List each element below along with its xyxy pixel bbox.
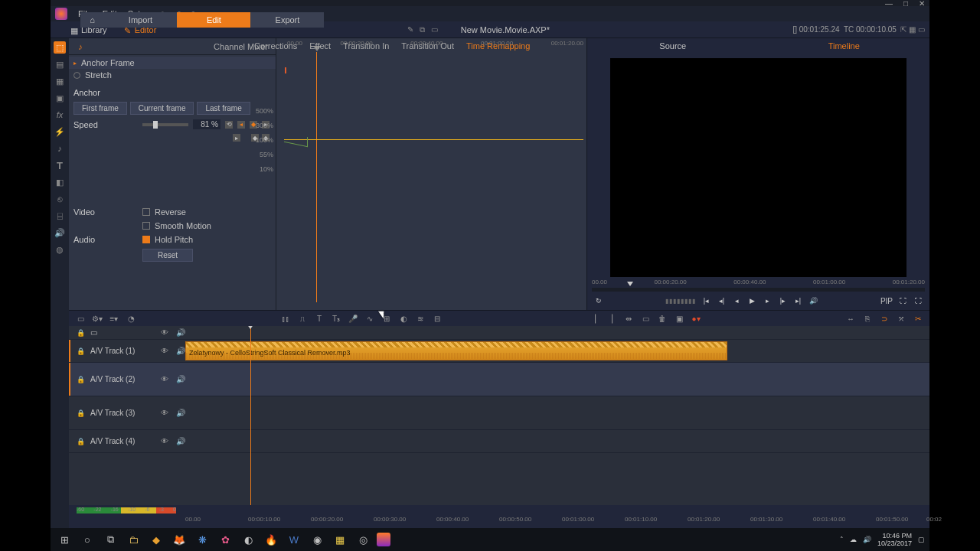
jog-icon[interactable]: ▮▮▮▮▮▮▮▮ (665, 298, 696, 305)
eye-icon[interactable]: 👁 (161, 328, 170, 337)
tl-razor-icon[interactable]: ⎮ (590, 313, 600, 324)
speed-graph[interactable]: 00.00 00:00:20.00 00:00:40.00 00:01:00.0… (276, 38, 586, 310)
folder-icon[interactable]: ▤ (54, 58, 66, 70)
play-icon[interactable]: ▶ (746, 295, 757, 306)
eye-icon[interactable]: 👁 (161, 375, 170, 383)
pip-button[interactable]: PIP (880, 297, 893, 305)
tl-tool-1-icon[interactable]: ▭ (75, 313, 86, 324)
tl-fit-icon[interactable]: ↔ (845, 313, 856, 324)
tc-icon[interactable]: ⇱ (900, 25, 906, 34)
timeline-ruler[interactable]: 00.00 00:00:10.00 00:00:20.00 00:00:30.0… (69, 516, 929, 528)
lock-icon[interactable]: 🔒 (77, 329, 84, 337)
speaker-icon[interactable]: 🔊 (176, 347, 185, 355)
tl-clip-icon[interactable]: ▭ (640, 313, 651, 324)
app6-icon[interactable]: ◎ (354, 530, 372, 549)
app2-icon[interactable]: ❋ (193, 530, 211, 549)
notification-icon[interactable]: ▢ (918, 536, 925, 543)
lock-icon[interactable]: 🔒 (77, 376, 84, 383)
clip-audio-1[interactable]: Zelatynowy - CelloStringSoft Classical R… (185, 341, 727, 360)
tl-motion-icon[interactable]: ≋ (415, 313, 426, 324)
preview-tab-timeline[interactable]: Timeline (759, 38, 930, 54)
next-frame-icon[interactable]: |▸ (777, 295, 788, 306)
tl-mic-icon[interactable]: ⎍ (297, 313, 308, 324)
reset-speed-icon[interactable]: ⟲ (225, 121, 233, 129)
mixer-icon[interactable]: ✎ (407, 25, 413, 34)
tree-stretch[interactable]: Stretch (69, 69, 276, 81)
app1-icon[interactable]: ◆ (147, 530, 165, 549)
speed-curve[interactable] (284, 139, 583, 140)
step-back-icon[interactable]: ◂ (731, 295, 742, 306)
lock-icon[interactable]: 🔒 (77, 438, 84, 445)
kf-prev-icon[interactable]: ◂ (237, 121, 245, 129)
prev-frame-icon[interactable]: ◂| (716, 295, 727, 306)
play-graph-icon[interactable]: ▸ (233, 134, 240, 142)
eye-icon[interactable]: 👁 (161, 347, 170, 355)
mode-export-button[interactable]: Export (250, 12, 324, 28)
track-row-3[interactable]: 🔒A/V Track (3)👁🔊 (69, 396, 929, 430)
pinnacle-icon[interactable] (377, 533, 390, 546)
speed-slider[interactable] (142, 123, 188, 126)
audio-icon[interactable]: ♪ (54, 142, 66, 155)
volume-icon[interactable]: 🔊 (808, 295, 818, 306)
speaker-icon[interactable]: 🔊 (176, 409, 185, 417)
tl-3d-icon[interactable]: T₃ (331, 313, 341, 324)
preview-scrubber[interactable] (592, 288, 925, 292)
anchor-marker-icon[interactable] (285, 67, 286, 73)
slider-thumb-icon[interactable] (153, 121, 158, 129)
gear-icon[interactable]: ◍ (54, 243, 66, 256)
app3-icon[interactable]: ✿ (216, 530, 234, 549)
layout-icon[interactable]: ▭ (431, 25, 438, 34)
cortana-icon[interactable]: ○ (78, 530, 96, 549)
tray-cloud-icon[interactable]: ☁ (850, 536, 857, 543)
taskview-icon[interactable]: ⧉ (101, 530, 119, 549)
tc-icon2[interactable]: ▦ (909, 25, 916, 34)
app4-icon[interactable]: ◐ (239, 530, 257, 549)
lock-icon[interactable]: 🔒 (77, 347, 84, 355)
speaker-icon[interactable]: 🔊 (176, 437, 185, 445)
tl-delete-icon[interactable]: 🗑 (657, 313, 668, 324)
tl-tool-gear-icon[interactable]: ⚙▾ (92, 313, 103, 324)
last-frame-button[interactable]: Last frame (197, 102, 250, 115)
explorer-icon[interactable]: 🗀 (124, 530, 142, 549)
mode-edit-button[interactable]: Edit (177, 12, 250, 28)
notes-icon[interactable]: ▦ (331, 530, 349, 549)
collection-icon[interactable]: ▦ (54, 75, 66, 87)
transition-icon[interactable]: ⚡ (54, 126, 66, 138)
tab-transition-in[interactable]: Transition In (337, 41, 395, 51)
dual-icon[interactable]: ⧉ (420, 25, 425, 34)
tl-title-icon[interactable]: T (314, 313, 325, 324)
sound-icon[interactable]: 🔊 (54, 227, 66, 239)
disc-icon[interactable]: ◧ (54, 176, 66, 188)
tray-up-icon[interactable]: ˄ (840, 536, 844, 543)
speed-value[interactable]: 81 % (193, 119, 220, 129)
music-tab-icon[interactable]: ♪ (69, 42, 92, 51)
preview-canvas[interactable] (610, 58, 906, 277)
preview-tab-source[interactable]: Source (587, 38, 759, 54)
speaker-icon[interactable]: 🔊 (176, 328, 185, 337)
tl-voice-icon[interactable]: 🎤 (348, 313, 358, 324)
fullscreen-icon[interactable]: ⛶ (913, 295, 923, 306)
tl-color-icon[interactable]: ◐ (398, 313, 409, 324)
eye-icon[interactable]: 👁 (161, 409, 170, 417)
tree-anchor-frame[interactable]: ▸Anchor Frame (69, 57, 276, 69)
tc-icon3[interactable]: ▭ (918, 25, 925, 34)
tl-scissors-icon[interactable]: ✂ (913, 313, 923, 324)
loop-icon[interactable]: ↻ (593, 295, 604, 306)
smooth-checkbox[interactable] (142, 222, 150, 230)
expand-icon[interactable]: ⛶ (897, 295, 908, 306)
tl-record-icon[interactable]: ●▾ (691, 313, 701, 324)
mode-import-button[interactable]: Import (103, 12, 177, 28)
start-icon[interactable]: ⊞ (55, 530, 74, 549)
tab-transition-out[interactable]: Transition Out (395, 41, 460, 51)
title-icon[interactable]: T (54, 159, 66, 171)
reset-button[interactable]: Reset (142, 249, 193, 262)
tray-vol-icon[interactable]: 🔊 (863, 536, 871, 543)
speaker-icon[interactable]: 🔊 (176, 375, 185, 383)
word-icon[interactable]: W (285, 530, 303, 549)
track-row-2[interactable]: 🔒A/V Track (2)👁🔊 (69, 363, 929, 396)
panel-icon[interactable]: ⌸ (54, 210, 66, 222)
tl-tool-menu-icon[interactable]: ≡▾ (109, 313, 119, 324)
track-row-4[interactable]: 🔒A/V Track (4)👁🔊 (69, 430, 929, 453)
eye-icon[interactable]: 👁 (161, 437, 170, 445)
tl-tool-marker-icon[interactable]: ◔ (126, 313, 136, 324)
